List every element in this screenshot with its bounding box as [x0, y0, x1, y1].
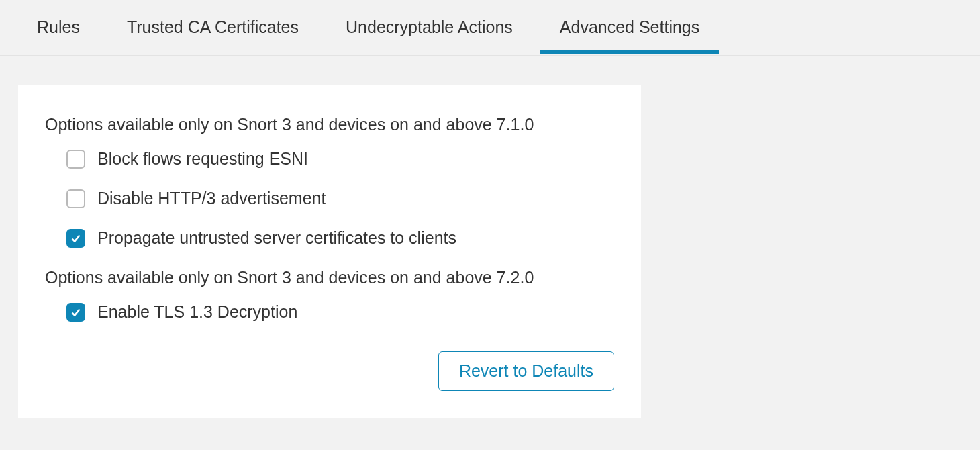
option-block-esni: Block flows requesting ESNI	[66, 149, 614, 169]
checkbox-label: Enable TLS 1.3 Decryption	[97, 302, 297, 322]
tabs-bar: Rules Trusted CA Certificates Undecrypta…	[0, 0, 980, 56]
checkbox-label: Disable HTTP/3 advertisement	[97, 189, 326, 208]
option-propagate-untrusted: Propagate untrusted server certificates …	[66, 228, 614, 248]
checkmark-icon	[70, 306, 82, 318]
tab-advanced-settings[interactable]: Advanced Settings	[560, 0, 699, 54]
tab-trusted-ca[interactable]: Trusted CA Certificates	[127, 0, 299, 54]
advanced-settings-panel: Options available only on Snort 3 and de…	[18, 85, 641, 418]
section-heading-710: Options available only on Snort 3 and de…	[45, 115, 614, 134]
checkbox-label: Propagate untrusted server certificates …	[97, 228, 456, 248]
checkbox-propagate-untrusted[interactable]	[66, 229, 85, 248]
section-heading-720: Options available only on Snort 3 and de…	[45, 268, 614, 287]
revert-to-defaults-button[interactable]: Revert to Defaults	[438, 351, 614, 391]
button-row: Revert to Defaults	[45, 351, 614, 391]
checkmark-icon	[70, 232, 82, 244]
checkbox-label: Block flows requesting ESNI	[97, 149, 308, 169]
checkbox-enable-tls13[interactable]	[66, 303, 85, 322]
checkbox-disable-http3[interactable]	[66, 189, 85, 208]
tab-rules[interactable]: Rules	[37, 0, 80, 54]
option-enable-tls13: Enable TLS 1.3 Decryption	[66, 302, 614, 322]
option-disable-http3: Disable HTTP/3 advertisement	[66, 189, 614, 208]
tab-undecryptable[interactable]: Undecryptable Actions	[346, 0, 513, 54]
checkbox-block-esni[interactable]	[66, 150, 85, 169]
